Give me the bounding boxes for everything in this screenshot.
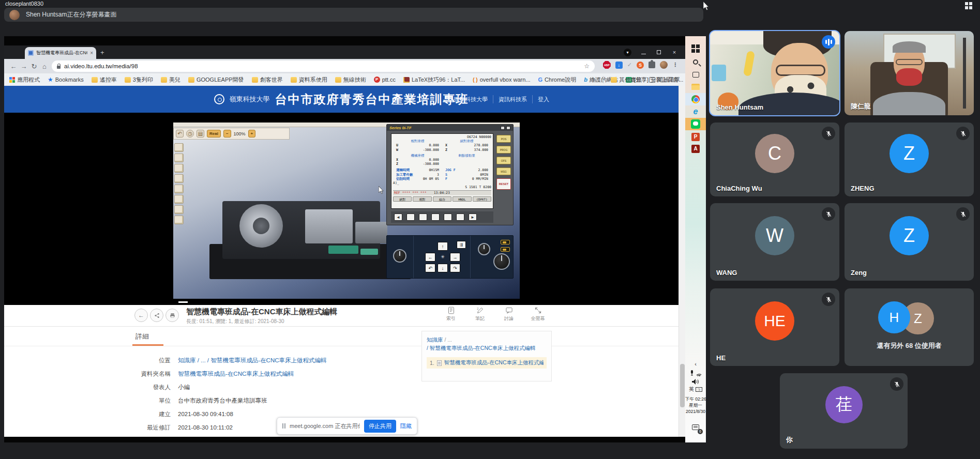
adblock-extension-icon[interactable]: ABP (603, 61, 611, 69)
bookmark-item[interactable]: 3隻列印 (125, 76, 153, 84)
kb-current-item[interactable]: 1. 智慧機電專班成品-在CNC車床上做程式編輯 (427, 357, 547, 369)
jog-plus-c-key[interactable]: ↷ (450, 264, 460, 272)
check-extension-icon[interactable]: ✓ (627, 62, 632, 68)
bookmark-item[interactable]: 資料系使用 (291, 76, 327, 84)
self-tile[interactable]: 荏 你 (780, 373, 908, 449)
nav-link-login[interactable]: 登入 (538, 96, 549, 103)
other-bookmarks[interactable]: 其他書籤 (611, 76, 642, 84)
nav-link-dept[interactable]: 資訊科技系 (499, 96, 527, 103)
taskbar-clock[interactable]: 下午 02:26 星期一 2021/8/30 (685, 396, 706, 415)
cnc-softkey[interactable]: 綜合 (433, 196, 451, 202)
share-circle-button[interactable] (150, 309, 163, 322)
tray-expand-chevron[interactable]: ‹ (685, 361, 706, 367)
s-extension-icon[interactable]: S (637, 62, 644, 69)
hide-link[interactable]: 隱藏 (400, 422, 412, 430)
browser-tab[interactable]: 智慧機電專班成品-在CNC車床上... × (25, 47, 96, 59)
fullscreen-action[interactable]: 全螢幕 (527, 307, 548, 322)
participant-tile[interactable]: HE HE (710, 288, 839, 366)
location-breadcrumb-link[interactable]: 知識庫 / ... / 智慧機電專班成品-在CNC車床上做程式編輯 (178, 357, 327, 364)
profile-avatar-icon[interactable] (660, 61, 668, 69)
tab-close-icon[interactable]: × (90, 50, 93, 56)
home-icon[interactable]: ⌂ (39, 63, 50, 70)
print-circle-button[interactable] (165, 309, 179, 322)
bookmark-item[interactable]: GOOGLEAPP開發 (188, 76, 244, 84)
close-button[interactable]: × (667, 49, 682, 55)
reload-icon[interactable]: ↻ (29, 63, 39, 70)
jog-minus-c-key[interactable]: ↶ (425, 264, 435, 272)
cnc-key-msg[interactable]: MSG (496, 167, 511, 175)
cnc-key-right[interactable]: ► (469, 213, 477, 221)
page-scrollbar[interactable] (679, 86, 685, 437)
stop-sharing-button[interactable]: 停止共用 (364, 420, 396, 433)
bookmark-apps[interactable]: 應用程式 (9, 76, 40, 84)
restore-button[interactable] (651, 49, 667, 55)
jog-minus-x-key[interactable]: ↓ (438, 264, 448, 272)
powerpoint-icon[interactable]: P (685, 131, 706, 143)
task-view-icon[interactable] (685, 68, 706, 81)
browser-menu-icon[interactable]: ⋮ (672, 62, 678, 68)
download-extension-icon[interactable]: ↓ (615, 62, 623, 69)
amber-key-2[interactable] (501, 247, 510, 252)
participant-tile-chen[interactable]: 陳仁龍 (845, 31, 974, 115)
participant-tile[interactable]: C ChiaChing Wu (710, 123, 839, 196)
cnc-key[interactable] (444, 213, 452, 221)
cnc-key-ofs[interactable]: OFS (496, 157, 511, 164)
back-circle-button[interactable]: ← (134, 309, 148, 322)
chrome-update-icon[interactable]: ▾ (624, 49, 631, 56)
video-player[interactable]: ↶ ◷ ▤ Real − 100% + (4, 113, 679, 305)
file-explorer-icon[interactable] (685, 81, 706, 93)
amber-key-1[interactable] (501, 240, 510, 244)
kb-path-link[interactable]: / 智慧機電專班成品-在CNC車床上做程式編輯 (427, 345, 536, 351)
cnc-key-prog[interactable]: PROG (496, 146, 511, 154)
url-bar[interactable]: ai.video.ltu.edu.tw/media/98 ☆ (52, 60, 595, 72)
feed-override-dial[interactable] (393, 249, 406, 263)
more-participants-tile[interactable]: H Z 還有另外 68 位使用者 (845, 288, 974, 366)
cnc-softkey[interactable]: HNDL (453, 196, 471, 202)
jog-minus-z-key[interactable]: ← (425, 253, 435, 262)
bookmark-item[interactable]: 遙控車 (92, 76, 117, 84)
bookmark-item[interactable]: ( )overfull vbox warn... (473, 76, 530, 83)
ime-language-indicator[interactable]: 英 コ (685, 386, 706, 393)
chrome-taskbar-icon[interactable] (685, 93, 706, 105)
cnc-key-pos[interactable]: POS (496, 135, 511, 143)
cnc-key[interactable] (419, 213, 427, 221)
bookmarks-overflow-icon[interactable]: » (592, 76, 596, 83)
bookmark-item[interactable]: LaTeX技巧96：LaT... (403, 76, 465, 84)
cnc-key[interactable] (406, 213, 415, 221)
participant-tile[interactable]: W WANG (710, 203, 839, 281)
internet-explorer-icon[interactable]: e (685, 105, 706, 118)
cnc-reset-key[interactable]: RESET (496, 178, 511, 190)
bookmark-item[interactable]: 無線技術 (335, 76, 366, 84)
kb-root-link[interactable]: 知識庫 (427, 336, 443, 343)
new-tab-button[interactable]: + (100, 49, 104, 56)
bookmark-item[interactable]: GChrome說明 (538, 76, 577, 84)
cnc-key-left[interactable]: ◄ (394, 213, 402, 221)
line-app-icon[interactable] (685, 118, 706, 130)
bookmark-item[interactable]: 創客世界 (252, 76, 283, 84)
participant-tile-shen[interactable]: Shen Huntsam (710, 31, 839, 115)
cnc-key[interactable] (431, 213, 440, 221)
folder-name-link[interactable]: 智慧機電專班成品-在CNC車床上做程式編輯 (178, 370, 294, 378)
bookmark-item[interactable]: 美兒 (161, 76, 180, 84)
bookmark-star-icon[interactable]: ☆ (584, 63, 590, 70)
minimize-button[interactable] (636, 49, 651, 55)
reading-list[interactable]: 閱讀清單 (649, 76, 680, 84)
notification-center-icon[interactable]: 6 (685, 423, 706, 432)
details-tab[interactable]: 詳細 (135, 332, 149, 341)
cnc-softkey[interactable]: (OPRT) (473, 196, 491, 202)
cnc-softkey[interactable]: 相對 (413, 196, 431, 202)
bookmark-item[interactable]: Pptt.cc (374, 76, 396, 83)
back-icon[interactable]: ← (8, 63, 19, 70)
extensions-puzzle-icon[interactable] (649, 62, 655, 68)
discussion-action[interactable]: 討論 (499, 307, 519, 322)
cnc-key[interactable] (456, 213, 464, 221)
forward-icon[interactable]: → (19, 63, 29, 70)
layout-grid-icon[interactable] (965, 2, 972, 9)
acrobat-icon[interactable]: A (685, 143, 706, 155)
jog-plus-z-key[interactable]: → (450, 253, 460, 262)
jog-plus-x-key[interactable]: ↑ (438, 242, 448, 251)
participant-tile[interactable]: Z Zeng (845, 203, 974, 281)
index-action[interactable]: 索引 (441, 307, 461, 322)
aux-dial[interactable] (478, 243, 490, 255)
nav-link-school[interactable]: 嶺東科技大學 (454, 96, 488, 103)
